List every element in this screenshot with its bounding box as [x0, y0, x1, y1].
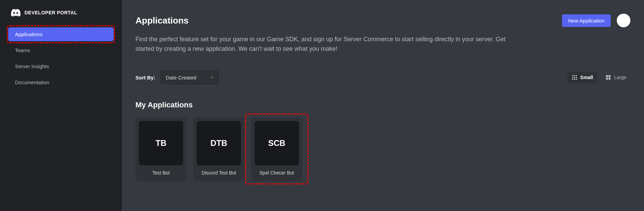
grid-small-icon	[571, 74, 578, 80]
svg-point-5	[576, 77, 577, 78]
sidebar: DEVELOPER PORTAL ApplicationsTeamsServer…	[0, 0, 122, 211]
main-header: Applications New Application	[135, 14, 630, 27]
app-initials: TB	[156, 138, 166, 148]
grid-large-icon	[605, 74, 611, 80]
controls-row: Sort By: Date Created Small Lar	[135, 71, 630, 84]
sort-label: Sort By:	[135, 75, 155, 80]
view-large-button[interactable]: Large	[601, 72, 630, 83]
sort-select[interactable]: Date Created	[161, 71, 219, 84]
svg-point-0	[572, 75, 573, 76]
app-name: Test Bot	[139, 170, 183, 176]
app-initials: SCB	[268, 138, 286, 148]
sort-selected-value: Date Created	[166, 75, 196, 80]
app-name: Spel Checer Bot	[255, 170, 299, 176]
svg-point-6	[572, 79, 573, 80]
app-icon: DTB	[197, 121, 241, 165]
header-controls: New Application	[562, 14, 630, 27]
sidebar-item-label: Server Insights	[15, 63, 49, 69]
brand: DEVELOPER PORTAL	[0, 9, 122, 16]
svg-rect-11	[606, 78, 608, 80]
sidebar-item-label: Documentation	[15, 79, 49, 85]
sidebar-item-label: Applications	[15, 31, 43, 37]
view-small-label: Small	[580, 75, 593, 80]
svg-point-1	[574, 75, 575, 76]
svg-rect-9	[606, 75, 608, 77]
page-description: Find the perfect feature set for your ga…	[135, 35, 524, 54]
svg-point-3	[572, 77, 573, 78]
sidebar-item-teams[interactable]: Teams	[8, 43, 114, 57]
app-icon: TB	[139, 121, 183, 165]
brand-text: DEVELOPER PORTAL	[25, 10, 77, 15]
app-card[interactable]: TBTest Bot	[135, 118, 187, 181]
chevron-down-icon	[209, 75, 214, 80]
app-initials: DTB	[210, 138, 227, 148]
discord-logo-icon	[11, 9, 20, 16]
sidebar-item-applications[interactable]: Applications	[8, 27, 114, 41]
app-icon: SCB	[255, 121, 299, 165]
app-grid: TBTest BotDTBDiscord Test BotSCBSpel Che…	[135, 118, 630, 181]
svg-rect-10	[609, 75, 611, 77]
avatar[interactable]	[617, 14, 630, 27]
svg-rect-12	[609, 78, 611, 80]
app-name: Discord Test Bot	[197, 170, 241, 176]
app-card[interactable]: SCBSpel Checer Bot	[251, 118, 302, 181]
page-title: Applications	[135, 15, 189, 26]
main: Applications New Application Find the pe…	[122, 0, 644, 211]
svg-point-7	[574, 79, 575, 80]
sort-group: Sort By: Date Created	[135, 71, 219, 84]
svg-point-4	[574, 77, 575, 78]
view-large-label: Large	[614, 75, 626, 80]
view-toggle: Small Large	[567, 72, 630, 83]
sidebar-item-label: Teams	[15, 47, 30, 53]
view-small-button[interactable]: Small	[567, 72, 597, 83]
svg-point-2	[576, 75, 577, 76]
sidebar-item-server-insights[interactable]: Server Insights	[8, 59, 114, 73]
svg-point-8	[576, 79, 577, 80]
app-card[interactable]: DTBDiscord Test Bot	[193, 118, 244, 181]
nav-list: ApplicationsTeamsServer InsightsDocument…	[0, 27, 122, 89]
new-application-button[interactable]: New Application	[562, 14, 611, 27]
section-title: My Applications	[135, 101, 630, 109]
sidebar-item-documentation[interactable]: Documentation	[8, 75, 114, 89]
